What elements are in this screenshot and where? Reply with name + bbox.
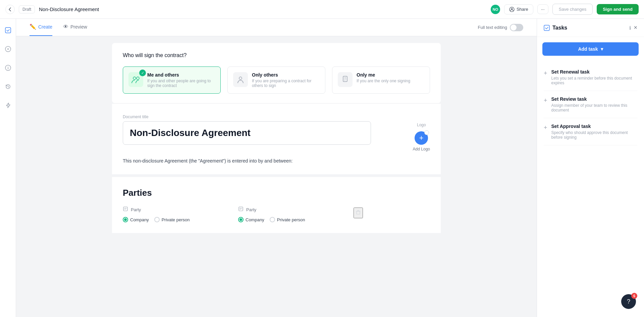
full-text-toggle-area: Full text editing	[478, 24, 523, 31]
no-badge: NO	[491, 5, 500, 14]
signing-option-only-me[interactable]: Only me If you are the only one signing	[332, 66, 430, 94]
svg-point-7	[137, 77, 139, 80]
signing-option-me-and-others-text: Me and others If you and other people ar…	[147, 72, 215, 88]
tasks-panel-icon	[544, 25, 550, 31]
document-title-area: Document title	[123, 115, 405, 145]
add-task-chevron: ▾	[601, 46, 603, 52]
help-icon: ?	[627, 298, 630, 305]
signing-icon-only-me	[338, 72, 353, 87]
task-content-renewal: Set Renewal task Lets you set a reminder…	[551, 69, 637, 85]
page-content: Who will sign the contract? ✓ Me and oth…	[112, 36, 441, 246]
tasks-panel-close-button[interactable]: ×	[634, 24, 637, 31]
history-icon[interactable]	[2, 81, 14, 93]
party-1-label: Party	[123, 206, 230, 213]
party-1: Party Company Private perso	[123, 206, 230, 222]
party-2-private-radio[interactable]: Private person	[270, 217, 305, 222]
document-body-text: This non-disclosure Agreement (the "Agre…	[123, 158, 430, 164]
party-2-company-radio-circle	[238, 217, 244, 222]
party-1-type-row: Company Private person	[123, 217, 230, 222]
add-logo-badge	[424, 130, 429, 135]
eye-icon: 👁	[63, 24, 68, 30]
help-button[interactable]: 6 ?	[621, 294, 636, 309]
logo-placeholder-label: Logo	[417, 123, 426, 127]
tasks-icon[interactable]	[2, 24, 14, 36]
draft-badge[interactable]: Draft	[19, 5, 35, 13]
activity-icon[interactable]	[2, 43, 14, 55]
signing-check-icon: ✓	[139, 70, 146, 76]
lightning-icon[interactable]	[2, 99, 14, 111]
tasks-panel-info-icon[interactable]: ℹ	[629, 25, 631, 31]
svg-rect-10	[123, 207, 127, 211]
info-icon[interactable]	[2, 62, 14, 74]
content-area: ✏️ Create 👁 Preview Full text editing Wh…	[16, 19, 537, 317]
party-delete-button[interactable]	[354, 208, 363, 218]
party-1-icon	[123, 206, 128, 213]
svg-point-8	[239, 77, 242, 80]
notification-count: 6	[631, 293, 637, 299]
document-section: Document title Logo + Add Logo	[112, 104, 441, 174]
signing-options: ✓ Me and others If you and other people …	[123, 66, 430, 94]
document-title-input[interactable]	[123, 121, 371, 145]
party-1-company-radio-dot	[124, 218, 127, 221]
signing-question: Who will sign the contract?	[123, 52, 430, 58]
tasks-panel: Tasks ℹ × Add task ▾ + Set Renewal task …	[537, 19, 644, 317]
signing-option-only-others[interactable]: Only others If you are preparing a contr…	[227, 66, 325, 94]
sign-and-send-button[interactable]: Sign and send	[597, 4, 639, 14]
main-layout: ✏️ Create 👁 Preview Full text editing Wh…	[0, 19, 644, 317]
party-2-type-row: Company Private person	[238, 217, 345, 222]
save-changes-button[interactable]: Save changes	[552, 4, 593, 15]
tab-create[interactable]: ✏️ Create	[30, 19, 52, 36]
tasks-panel-title: Tasks	[552, 25, 627, 31]
parties-row: Party Company Private perso	[123, 206, 430, 222]
pencil-icon: ✏️	[30, 24, 36, 30]
full-text-toggle-switch[interactable]	[510, 24, 523, 31]
task-item-review: + Set Review task Assign member of your …	[544, 91, 637, 118]
task-item-renewal: + Set Renewal task Lets you set a remind…	[544, 64, 637, 91]
signing-option-me-and-others[interactable]: ✓ Me and others If you and other people …	[123, 66, 221, 94]
document-title-label: Document title	[123, 115, 405, 119]
svg-rect-11	[239, 207, 243, 211]
logo-area: Logo + Add Logo	[413, 123, 430, 151]
back-button[interactable]	[5, 5, 15, 14]
party-2-company-radio[interactable]: Company	[238, 217, 264, 222]
party-1-company-radio-circle	[123, 217, 128, 222]
share-button[interactable]: Share	[504, 4, 533, 14]
signing-option-only-me-text: Only me If you are the only one signing	[357, 72, 410, 83]
svg-rect-12	[357, 211, 360, 214]
tab-bar: ✏️ Create 👁 Preview Full text editing	[16, 19, 537, 36]
party-1-private-radio[interactable]: Private person	[154, 217, 190, 222]
signing-option-only-others-text: Only others If you are preparing a contr…	[252, 72, 320, 88]
task-content-review: Set Review task Assign member of your te…	[551, 96, 637, 112]
tasks-panel-header: Tasks ℹ ×	[537, 19, 644, 37]
svg-rect-2	[5, 28, 11, 33]
party-1-company-radio[interactable]: Company	[123, 217, 149, 222]
party-delete-col	[354, 206, 363, 222]
add-logo-label: Add Logo	[413, 147, 430, 151]
toggle-knob	[511, 25, 517, 31]
party-2-company-radio-dot	[239, 218, 242, 221]
signing-icon-only-others	[233, 72, 248, 87]
parties-section: Parties Party	[112, 177, 441, 233]
signing-section: Who will sign the contract? ✓ Me and oth…	[112, 43, 441, 103]
svg-point-4	[7, 48, 9, 50]
svg-point-1	[511, 8, 513, 9]
task-list: + Set Renewal task Lets you set a remind…	[537, 61, 644, 148]
party-2-icon	[238, 206, 244, 213]
svg-point-6	[133, 77, 136, 80]
document-title: Non-Disclosure Agreement	[39, 6, 487, 12]
task-add-icon-review[interactable]: +	[544, 97, 547, 112]
more-button[interactable]: ···	[537, 4, 548, 14]
party-2-label: Party	[238, 206, 345, 213]
svg-rect-13	[544, 25, 549, 31]
party-1-private-radio-circle	[154, 217, 160, 222]
party-2-private-radio-circle	[270, 217, 275, 222]
icon-strip	[0, 19, 16, 317]
task-add-icon-renewal[interactable]: +	[544, 70, 547, 85]
tab-preview[interactable]: 👁 Preview	[63, 19, 87, 36]
party-2: Party Company Private perso	[238, 206, 345, 222]
parties-title: Parties	[123, 188, 430, 198]
task-add-icon-approval[interactable]: +	[544, 124, 547, 140]
add-task-button[interactable]: Add task ▾	[542, 42, 639, 56]
add-logo-button[interactable]: + Add Logo	[413, 131, 430, 151]
topbar: Draft Non-Disclosure Agreement NO Share …	[0, 0, 644, 19]
